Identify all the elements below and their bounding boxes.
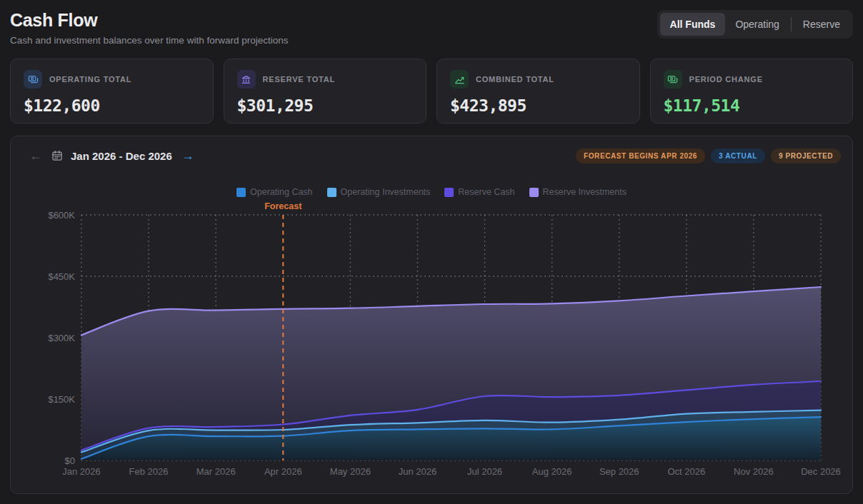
svg-text:Jan 2026: Jan 2026	[62, 466, 101, 477]
date-range-label: Jan 2026 - Dec 2026	[71, 150, 172, 162]
svg-text:Aug 2026: Aug 2026	[532, 466, 572, 477]
svg-text:$300K: $300K	[48, 333, 75, 343]
svg-text:Oct 2026: Oct 2026	[667, 466, 705, 477]
card-label: OPERATING TOTAL	[49, 75, 131, 84]
svg-text:Apr 2026: Apr 2026	[264, 466, 302, 477]
tab-operating[interactable]: Operating	[725, 13, 789, 36]
prev-period-button[interactable]: ←	[28, 148, 44, 163]
bank-icon	[237, 70, 256, 89]
legend-label: Operating Investments	[341, 187, 431, 197]
card-combined-total: COMBINED TOTAL $423,895	[437, 59, 640, 124]
actual-count-badge: 3 ACTUAL	[711, 148, 765, 163]
arrow-right-icon: →	[181, 148, 194, 163]
svg-text:$150K: $150K	[48, 394, 75, 405]
card-value: $301,295	[237, 96, 414, 115]
chart-nav: ← Jan 2026 - Dec 2026 → FORECAST BEGINS …	[28, 148, 841, 163]
card-head: PERIOD CHANGE	[664, 70, 840, 89]
svg-text:Mar 2026: Mar 2026	[196, 466, 236, 477]
legend-item: Reserve Investments	[529, 187, 627, 197]
calendar-icon	[51, 150, 63, 161]
trending-up-icon	[450, 70, 469, 89]
card-head: RESERVE TOTAL	[237, 70, 414, 89]
next-period-button[interactable]: →	[180, 148, 196, 163]
legend-label: Operating Cash	[250, 187, 313, 197]
svg-text:Nov 2026: Nov 2026	[734, 466, 774, 477]
topbar: Cash Flow Cash and investment balances o…	[10, 10, 853, 57]
legend-item: Operating Investments	[327, 187, 431, 197]
svg-text:Jun 2026: Jun 2026	[399, 466, 437, 477]
chart-badges: FORECAST BEGINS APR 2026 3 ACTUAL 9 PROJ…	[576, 148, 841, 163]
banknotes-icon	[664, 70, 682, 89]
legend-item: Reserve Cash	[444, 187, 514, 197]
chart-card: ← Jan 2026 - Dec 2026 → FORECAST BEGINS …	[10, 136, 853, 494]
legend-swatch-icon	[529, 188, 539, 197]
card-label: RESERVE TOTAL	[263, 75, 335, 84]
card-head: OPERATING TOTAL	[24, 70, 200, 89]
period-navigator: ← Jan 2026 - Dec 2026 →	[28, 148, 196, 163]
legend-label: Reserve Investments	[543, 187, 627, 197]
card-reserve-total: RESERVE TOTAL $301,295	[224, 59, 427, 124]
tab-divider	[791, 17, 792, 31]
arrow-left-icon: ←	[29, 148, 42, 163]
tab-reserve[interactable]: Reserve	[793, 13, 850, 36]
chart-legend: Operating CashOperating InvestmentsReser…	[11, 187, 852, 197]
legend-swatch-icon	[327, 188, 336, 197]
projected-count-badge: 9 PROJECTED	[771, 148, 841, 163]
legend-swatch-icon	[236, 188, 246, 197]
card-value: $423,895	[450, 96, 627, 115]
card-label: PERIOD CHANGE	[689, 75, 763, 84]
page-title: Cash Flow	[10, 10, 288, 31]
legend-swatch-icon	[444, 188, 454, 197]
legend-label: Reserve Cash	[458, 187, 514, 197]
card-head: COMBINED TOTAL	[450, 70, 627, 89]
svg-text:Sep 2026: Sep 2026	[599, 466, 639, 477]
svg-text:$600K: $600K	[48, 210, 75, 221]
card-value: $122,600	[24, 96, 200, 115]
card-operating-total: OPERATING TOTAL $122,600	[10, 59, 214, 124]
cash-flow-page: Cash Flow Cash and investment balances o…	[0, 0, 863, 504]
card-period-change: PERIOD CHANGE $117,514	[650, 59, 854, 124]
legend-item: Operating Cash	[236, 187, 313, 197]
svg-text:Feb 2026: Feb 2026	[129, 466, 169, 477]
tab-all-funds[interactable]: All Funds	[660, 13, 726, 36]
forecast-begins-badge: FORECAST BEGINS APR 2026	[576, 148, 705, 163]
card-label: COMBINED TOTAL	[476, 75, 554, 84]
svg-text:Jul 2026: Jul 2026	[467, 466, 502, 477]
banknotes-icon	[24, 70, 42, 89]
svg-text:$0: $0	[65, 455, 75, 466]
page-subtitle: Cash and investment balances over time w…	[10, 35, 288, 46]
svg-text:May 2026: May 2026	[330, 466, 371, 477]
svg-text:Dec 2026: Dec 2026	[801, 466, 841, 477]
svg-text:$450K: $450K	[48, 271, 75, 282]
fund-tab-group: All Funds Operating Reserve	[657, 10, 853, 39]
summary-cards: OPERATING TOTAL $122,600 RESERVE TOTAL $…	[10, 59, 853, 124]
svg-text:Forecast: Forecast	[264, 201, 302, 211]
card-value: $117,514	[664, 96, 840, 115]
title-block: Cash Flow Cash and investment balances o…	[10, 10, 288, 46]
